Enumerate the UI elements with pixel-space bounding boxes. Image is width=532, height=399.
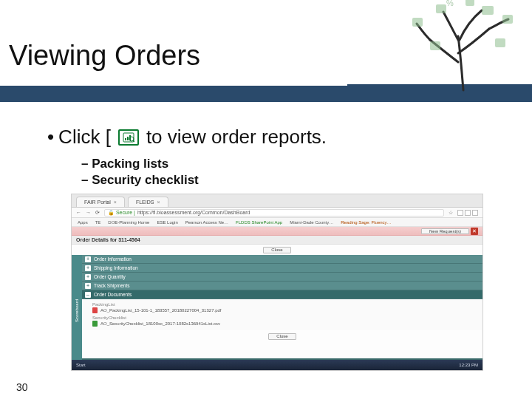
secure-label: 🔒 Secure |: [108, 210, 135, 216]
bullet-dot: [47, 126, 54, 149]
bookmark[interactable]: ESE Login: [157, 220, 177, 225]
accordion-track-shipments[interactable]: + Track Shipments: [82, 282, 482, 290]
accordion-order-quantity[interactable]: + Order Quantity: [82, 273, 482, 282]
svg-rect-10: [127, 137, 129, 140]
svg-rect-1: [436, 4, 446, 13]
app-banner: New Request(s) ✕: [72, 227, 482, 236]
file-name: AO_PackingList_15-101-1_183557_201802270…: [100, 308, 221, 313]
browser-url-bar: ← → ⟳ 🔒 Secure | https://fl.bioassessmen…: [72, 208, 482, 218]
bullet-text-suffix: to view order reports.: [146, 126, 327, 149]
svg-rect-5: [430, 41, 440, 50]
url-input[interactable]: 🔒 Secure | https://fl.bioassessment.org/…: [104, 209, 444, 216]
sub-bullet-packing: Packing lists: [81, 157, 199, 171]
plus-icon: +: [85, 265, 91, 271]
close-icon[interactable]: ×: [157, 200, 160, 205]
plus-icon: +: [85, 274, 91, 280]
bookmarks-bar: Apps TE DOE-Planning Home ESE Login Pear…: [72, 218, 482, 227]
plus-icon: +: [85, 283, 91, 289]
close-icon[interactable]: ✕: [471, 228, 478, 235]
window-max-icon[interactable]: [465, 210, 471, 216]
bookmark[interactable]: Apps: [78, 220, 88, 225]
minus-icon: –: [85, 292, 91, 298]
pdf-icon: [92, 307, 98, 313]
close-icon[interactable]: ×: [114, 200, 117, 205]
taskbar-clock: 12:23 PM: [459, 363, 478, 367]
accordion-order-documents[interactable]: – Order Documents: [82, 290, 482, 299]
window-min-icon[interactable]: [457, 210, 463, 216]
file-link-packing[interactable]: AO_PackingList_15-101-1_183557_201802270…: [92, 307, 472, 314]
bookmark[interactable]: FLDDS SharePoint App: [236, 220, 282, 225]
url-text: https://fl.bioassessment.org/Common/Dash…: [137, 210, 250, 215]
close-row-top: Close: [72, 245, 482, 255]
file-link-security[interactable]: AO_SecurityChecklist_18100sc_2017-1082s1…: [92, 320, 472, 327]
csv-icon: [92, 321, 98, 327]
back-icon[interactable]: ←: [76, 210, 81, 215]
tab-label: FLEIDS: [136, 200, 154, 205]
bookmark[interactable]: TE: [95, 220, 101, 225]
tab-label: FAIR Portal: [84, 200, 111, 205]
forward-icon[interactable]: →: [86, 210, 91, 215]
slide-number: 30: [16, 381, 28, 393]
file-name: AO_SecurityChecklist_18100sc_2017-1082s1…: [100, 321, 220, 326]
tree-decoration: %: [408, 0, 519, 92]
svg-rect-9: [125, 138, 126, 140]
sub-bullet-list: Packing lists Security checklist: [81, 157, 199, 189]
svg-rect-0: [482, 6, 494, 15]
windows-taskbar: Start 12:23 PM: [72, 360, 482, 370]
bookmark[interactable]: Pearson Access Ne…: [185, 220, 228, 225]
documents-panel: PackingList AO_PackingList_15-101-1_1835…: [82, 299, 482, 330]
content-area: Scoreboard + Order Information + Shippin…: [72, 255, 482, 366]
embedded-screenshot: FAIR Portal × FLEIDS × ← → ⟳ 🔒 Secure | …: [71, 194, 483, 371]
page-title: Viewing Orders: [9, 40, 200, 72]
accordion-order-info[interactable]: + Order Information: [82, 255, 482, 264]
svg-text:%: %: [446, 0, 454, 7]
close-button[interactable]: Close: [268, 333, 296, 340]
svg-rect-3: [502, 15, 513, 24]
vertical-tab[interactable]: Scoreboard: [72, 255, 82, 366]
svg-rect-2: [412, 18, 423, 27]
browser-tab-1[interactable]: FAIR Portal ×: [76, 197, 125, 207]
bookmark[interactable]: Reading Sage: Fluency…: [341, 220, 391, 225]
order-details-title: Order Details for 311-4564: [72, 236, 482, 245]
report-icon: [118, 129, 139, 146]
new-request-button[interactable]: New Request(s): [421, 228, 469, 234]
bookmark[interactable]: Miami-Dade County…: [290, 220, 333, 225]
sub-bullet-security: Security checklist: [81, 173, 199, 188]
accordion-label: Shipping Information: [94, 265, 138, 270]
accordion-shipping-info[interactable]: + Shipping Information: [82, 264, 482, 273]
bullet-text-prefix: Click [: [58, 126, 111, 149]
close-button[interactable]: Close: [263, 247, 290, 253]
plus-icon: +: [85, 256, 91, 262]
slide-header: Viewing Orders %: [0, 0, 532, 118]
bookmark[interactable]: DOE-Planning Home: [108, 220, 149, 225]
svg-rect-6: [495, 38, 505, 47]
browser-tab-strip: FAIR Portal × FLEIDS ×: [72, 194, 482, 208]
accordion-label: Order Quantity: [94, 274, 126, 279]
browser-tab-2[interactable]: FLEIDS ×: [128, 197, 168, 207]
accordion: + Order Information + Shipping Informati…: [82, 255, 482, 366]
close-row-bottom: Close: [82, 330, 482, 342]
accordion-label: Track Shipments: [94, 283, 130, 288]
star-icon[interactable]: ☆: [449, 210, 453, 216]
main-bullet: Click [ to view order reports.: [47, 126, 327, 149]
accordion-label: Order Information: [94, 256, 132, 262]
accordion-label: Order Documents: [94, 292, 132, 297]
reload-icon[interactable]: ⟳: [95, 210, 100, 216]
start-button[interactable]: Start: [76, 363, 86, 367]
window-close-icon[interactable]: [472, 210, 478, 216]
svg-rect-4: [466, 0, 474, 6]
